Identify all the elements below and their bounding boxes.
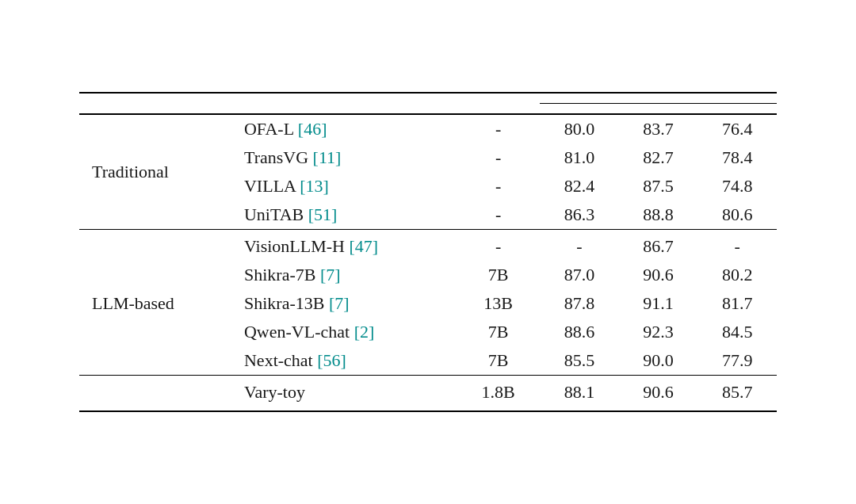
testB-cell: 74.8 xyxy=(697,172,777,200)
table-body: TraditionalOFA-L [46]-80.083.776.4TransV… xyxy=(79,114,777,411)
results-table: TraditionalOFA-L [46]-80.083.776.4TransV… xyxy=(79,92,777,412)
table-container: TraditionalOFA-L [46]-80.083.776.4TransV… xyxy=(48,68,808,436)
testA-header xyxy=(619,103,698,114)
method-cell: Shikra-13B [7] xyxy=(231,289,457,318)
testA-cell: 87.5 xyxy=(619,172,698,200)
method-cell: VILLA [13] xyxy=(231,172,457,200)
citation: [2] xyxy=(354,322,375,342)
val-cell: 85.5 xyxy=(540,346,619,376)
type-cell: Traditional xyxy=(79,114,231,230)
table-row: Vary-toy1.8B88.190.685.7 xyxy=(79,375,777,411)
testB-cell: 77.9 xyxy=(697,346,777,376)
val-cell: 80.0 xyxy=(540,114,619,143)
testA-cell: 91.1 xyxy=(619,289,698,318)
size-cell: 1.8B xyxy=(457,375,540,411)
testB-cell: 80.2 xyxy=(697,261,777,289)
type-cell xyxy=(79,375,231,411)
table-row: TraditionalOFA-L [46]-80.083.776.4 xyxy=(79,114,777,143)
method-cell: VisionLLM-H [47] xyxy=(231,229,457,261)
testA-cell: 88.8 xyxy=(619,200,698,230)
citation: [46] xyxy=(298,119,327,139)
testB-header xyxy=(697,103,777,114)
citation: [11] xyxy=(313,147,342,167)
testA-cell: 90.6 xyxy=(619,261,698,289)
size-cell: - xyxy=(457,200,540,230)
header-row-top xyxy=(79,93,777,103)
method-cell: UniTAB [51] xyxy=(231,200,457,230)
testA-cell: 83.7 xyxy=(619,114,698,143)
citation: [7] xyxy=(329,293,350,313)
size-cell: - xyxy=(457,172,540,200)
testA-cell: 90.0 xyxy=(619,346,698,376)
size-cell: 7B xyxy=(457,318,540,346)
size-cell: 13B xyxy=(457,289,540,318)
testB-cell: 84.5 xyxy=(697,318,777,346)
val-cell: 82.4 xyxy=(540,172,619,200)
testB-cell: 78.4 xyxy=(697,143,777,172)
size-cell: - xyxy=(457,229,540,261)
testA-cell: 82.7 xyxy=(619,143,698,172)
testB-cell: 80.6 xyxy=(697,200,777,230)
val-header xyxy=(540,103,619,114)
size-cell: - xyxy=(457,143,540,172)
val-cell: 88.6 xyxy=(540,318,619,346)
val-cell: 86.3 xyxy=(540,200,619,230)
testB-cell: 81.7 xyxy=(697,289,777,318)
val-cell: - xyxy=(540,229,619,261)
citation: [13] xyxy=(300,176,329,196)
val-cell: 88.1 xyxy=(540,375,619,411)
testA-cell: 86.7 xyxy=(619,229,698,261)
method-cell: OFA-L [46] xyxy=(231,114,457,143)
testB-cell: 85.7 xyxy=(697,375,777,411)
method-cell: Shikra-7B [7] xyxy=(231,261,457,289)
method-cell: Vary-toy xyxy=(231,375,457,411)
citation: [56] xyxy=(317,350,346,370)
method-cell: Qwen-VL-chat [2] xyxy=(231,318,457,346)
method-cell: TransVG [11] xyxy=(231,143,457,172)
citation: [47] xyxy=(350,236,379,256)
testA-cell: 90.6 xyxy=(619,375,698,411)
header-row-sub xyxy=(79,103,777,114)
val-cell: 81.0 xyxy=(540,143,619,172)
testB-cell: 76.4 xyxy=(697,114,777,143)
type-header xyxy=(79,93,231,103)
val-cell: 87.8 xyxy=(540,289,619,318)
method-header xyxy=(231,93,457,103)
citation: [51] xyxy=(308,204,338,224)
citation: [7] xyxy=(320,265,341,284)
testB-cell: - xyxy=(697,229,777,261)
method-cell: Next-chat [56] xyxy=(231,346,457,376)
size-cell: 7B xyxy=(457,261,540,289)
testA-cell: 92.3 xyxy=(619,318,698,346)
type-subheader xyxy=(79,103,231,114)
size-cell: 7B xyxy=(457,346,540,376)
table-row: LLM-basedVisionLLM-H [47]--86.7- xyxy=(79,229,777,261)
type-cell: LLM-based xyxy=(79,229,231,375)
size-header xyxy=(457,93,540,103)
size-subheader xyxy=(457,103,540,114)
refcoco-group-header xyxy=(540,93,777,103)
val-cell: 87.0 xyxy=(540,261,619,289)
size-cell: - xyxy=(457,114,540,143)
method-subheader xyxy=(231,103,457,114)
